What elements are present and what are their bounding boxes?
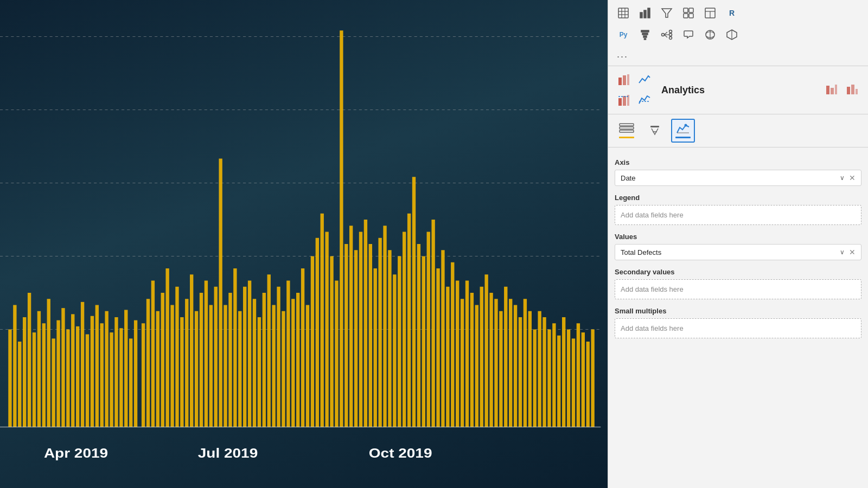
analytics-left-icons xyxy=(615,70,654,110)
svg-point-150 xyxy=(662,34,665,36)
svg-point-152 xyxy=(669,34,672,36)
arcgis-icon-btn[interactable] xyxy=(700,25,720,44)
axis-field-value: Date xyxy=(621,174,837,182)
svg-rect-161 xyxy=(618,78,622,85)
svg-rect-114 xyxy=(538,311,541,427)
svg-rect-106 xyxy=(499,311,502,427)
secondary-values-label: Secondary values xyxy=(615,262,861,279)
svg-line-156 xyxy=(665,35,668,37)
values-chevron-icon[interactable]: ∨ xyxy=(840,248,845,256)
svg-rect-111 xyxy=(524,299,527,427)
legend-drop-zone[interactable]: Add data fields here xyxy=(615,205,861,225)
svg-rect-18 xyxy=(71,314,74,427)
matrix-icon-btn[interactable] xyxy=(679,3,698,23)
svg-rect-149 xyxy=(644,38,646,40)
svg-rect-146 xyxy=(641,30,649,32)
svg-line-154 xyxy=(665,32,668,35)
svg-rect-162 xyxy=(623,75,626,85)
svg-rect-42 xyxy=(190,274,193,427)
svg-rect-40 xyxy=(180,317,183,427)
svg-rect-113 xyxy=(533,330,537,427)
svg-rect-84 xyxy=(393,274,396,427)
decomp-tree-btn[interactable] xyxy=(657,25,676,44)
svg-rect-93 xyxy=(436,268,439,427)
svg-rect-70 xyxy=(325,232,328,427)
analytics-right-icon-1[interactable] xyxy=(822,81,841,99)
values-field-pill[interactable]: Total Defects ∨ ✕ xyxy=(615,244,861,260)
analytics-label: Analytics xyxy=(661,85,705,96)
values-label: Values xyxy=(615,227,861,244)
svg-rect-85 xyxy=(398,256,401,427)
svg-rect-65 xyxy=(301,268,304,427)
svg-rect-44 xyxy=(200,293,203,427)
svg-rect-136 xyxy=(644,10,646,18)
python-icon-btn[interactable]: Py xyxy=(614,25,633,44)
svg-rect-12 xyxy=(42,323,46,427)
svg-rect-94 xyxy=(441,250,444,427)
svg-rect-103 xyxy=(484,274,488,427)
vis-icon-3[interactable] xyxy=(615,91,633,110)
legend-label: Legend xyxy=(615,188,861,205)
small-multiples-label: Small multiples xyxy=(615,301,861,318)
analytics-tab-btn[interactable] xyxy=(671,119,695,143)
svg-rect-171 xyxy=(835,85,837,94)
svg-rect-116 xyxy=(547,330,551,427)
svg-rect-112 xyxy=(528,311,532,427)
vis-icon-1[interactable] xyxy=(615,70,633,89)
svg-rect-102 xyxy=(480,287,483,427)
svg-rect-7 xyxy=(18,342,21,427)
svg-rect-10 xyxy=(33,332,36,427)
toolbar-row-2: Py xyxy=(614,25,863,44)
table-icon-btn[interactable] xyxy=(614,3,633,23)
svg-rect-170 xyxy=(831,88,834,94)
svg-rect-76 xyxy=(354,250,358,427)
azure-ml-btn[interactable] xyxy=(722,25,742,44)
table2-icon-btn[interactable] xyxy=(700,3,720,23)
svg-rect-107 xyxy=(504,287,507,427)
analytics-right-icon-2[interactable] xyxy=(843,81,861,99)
svg-rect-47 xyxy=(214,287,218,427)
fields-tab-btn[interactable] xyxy=(615,119,639,143)
svg-point-180 xyxy=(685,124,687,127)
svg-rect-105 xyxy=(494,299,497,427)
svg-rect-21 xyxy=(86,335,89,427)
svg-rect-169 xyxy=(826,86,829,94)
svg-rect-115 xyxy=(542,317,546,427)
svg-rect-87 xyxy=(407,214,411,427)
svg-rect-71 xyxy=(330,256,333,427)
svg-rect-95 xyxy=(446,287,449,427)
svg-rect-82 xyxy=(383,226,386,427)
svg-rect-9 xyxy=(28,293,31,427)
svg-point-151 xyxy=(669,30,672,33)
svg-rect-15 xyxy=(56,320,60,427)
format-tab-btn[interactable] xyxy=(643,119,667,143)
svg-rect-125 xyxy=(591,330,594,427)
svg-marker-138 xyxy=(662,9,672,17)
svg-rect-122 xyxy=(577,323,580,427)
svg-rect-124 xyxy=(586,342,590,427)
filter-icon-btn[interactable] xyxy=(657,3,676,23)
svg-rect-6 xyxy=(13,305,16,427)
axis-field-pill[interactable]: Date ∨ ✕ xyxy=(615,170,861,186)
small-multiples-drop-zone[interactable]: Add data fields here xyxy=(615,318,861,338)
qa-icon-btn[interactable] xyxy=(679,25,698,44)
svg-rect-92 xyxy=(431,220,435,427)
svg-rect-43 xyxy=(195,311,198,427)
secondary-values-drop-zone[interactable]: Add data fields here xyxy=(615,279,861,299)
vis-icon-2[interactable] xyxy=(635,70,654,89)
funnel-chart-btn[interactable] xyxy=(635,25,655,44)
svg-rect-60 xyxy=(277,287,280,427)
svg-rect-25 xyxy=(105,311,108,427)
svg-rect-90 xyxy=(422,256,425,427)
vis-icon-4[interactable] xyxy=(635,91,654,110)
svg-rect-14 xyxy=(52,338,55,427)
visual-icon-btn[interactable] xyxy=(635,3,655,23)
svg-rect-19 xyxy=(76,326,79,427)
svg-rect-88 xyxy=(412,177,416,427)
svg-rect-86 xyxy=(403,232,406,427)
svg-rect-38 xyxy=(170,305,174,427)
axis-chevron-icon[interactable]: ∨ xyxy=(840,174,845,182)
values-remove-icon[interactable]: ✕ xyxy=(849,248,856,256)
r-icon-btn[interactable]: R xyxy=(722,3,742,23)
axis-remove-icon[interactable]: ✕ xyxy=(849,174,856,182)
